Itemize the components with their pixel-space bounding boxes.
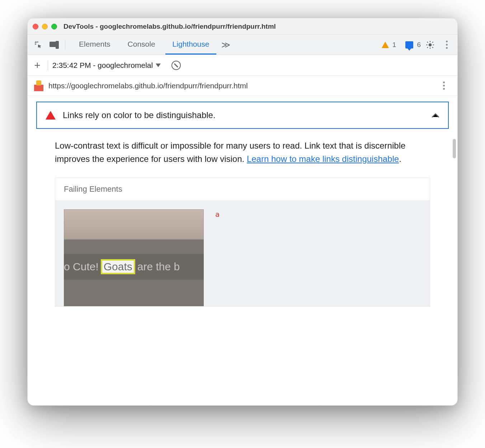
- report-select-label: 2:35:42 PM - googlechromelal: [52, 61, 153, 70]
- audit-description: Low-contrast text is difficult or imposs…: [55, 139, 430, 165]
- audit-desc-text: .: [399, 154, 401, 164]
- audit-item[interactable]: Links rely on color to be distinguishabl…: [36, 102, 449, 129]
- zoom-window-button[interactable]: [51, 24, 57, 29]
- warning-icon: [382, 42, 389, 48]
- devtools-tabstrip: Elements Console Lighthouse ≫ 1 6: [28, 35, 457, 55]
- tab-label: Lighthouse: [173, 40, 209, 48]
- tab-label: Console: [128, 40, 155, 48]
- report-content: Links rely on color to be distinguishabl…: [28, 96, 457, 405]
- failing-elements-panel: Failing Elements So Cute! Goats are the …: [55, 178, 430, 307]
- issues-status[interactable]: 1 6: [382, 41, 421, 49]
- svg-rect-0: [50, 42, 56, 47]
- report-menu-icon[interactable]: [437, 79, 451, 93]
- audit-title: Links rely on color to be distinguishabl…: [63, 110, 424, 120]
- message-icon: [405, 41, 413, 48]
- report-url-row: https://googlechromelabs.github.io/frien…: [28, 76, 457, 96]
- more-menu-icon[interactable]: [439, 38, 454, 52]
- tab-elements[interactable]: Elements: [72, 35, 118, 55]
- devtools-window: DevTools - googlechromelabs.github.io/fr…: [27, 18, 458, 406]
- divider: [65, 40, 65, 50]
- svg-point-2: [429, 43, 432, 46]
- window-controls: [33, 24, 57, 29]
- settings-gear-icon[interactable]: [423, 38, 437, 52]
- more-tabs-button[interactable]: ≫: [218, 38, 233, 52]
- tab-console[interactable]: Console: [121, 35, 163, 55]
- report-select[interactable]: 2:35:42 PM - googlechromelal: [52, 61, 161, 70]
- close-window-button[interactable]: [33, 24, 38, 29]
- clear-report-icon[interactable]: [171, 61, 181, 70]
- screenshot-text: So Cute!: [64, 261, 99, 273]
- fail-triangle-icon: [46, 111, 56, 120]
- highlighted-element: Goats: [101, 259, 135, 274]
- element-screenshot[interactable]: So Cute! Goats are the b: [64, 209, 204, 306]
- inspect-element-icon[interactable]: [31, 38, 46, 52]
- screenshot-text: are the b: [137, 261, 180, 273]
- lighthouse-icon: [34, 80, 43, 91]
- dropdown-icon: [156, 64, 161, 67]
- chevron-up-icon[interactable]: [432, 113, 439, 118]
- overflow-glyph: ≫: [221, 40, 230, 50]
- new-report-button[interactable]: +: [31, 59, 43, 71]
- report-url: https://googlechromelabs.github.io/frien…: [48, 81, 432, 90]
- divider: [48, 60, 48, 70]
- device-toolbar-icon[interactable]: [47, 38, 61, 52]
- minimize-window-button[interactable]: [42, 24, 48, 29]
- window-title: DevTools - googlechromelabs.github.io/fr…: [63, 23, 276, 31]
- element-tag-name[interactable]: a: [215, 209, 220, 219]
- learn-more-link[interactable]: Learn how to make links distinguishable: [247, 154, 399, 164]
- warning-count: 1: [392, 41, 396, 49]
- tab-lighthouse[interactable]: Lighthouse: [165, 35, 217, 55]
- scrollbar-thumb[interactable]: [453, 139, 456, 158]
- message-count: 6: [417, 41, 421, 49]
- failing-elements-heading: Failing Elements: [55, 178, 430, 201]
- svg-rect-1: [56, 41, 58, 48]
- lighthouse-toolbar: + 2:35:42 PM - googlechromelal: [28, 55, 457, 76]
- tab-label: Elements: [79, 40, 110, 48]
- window-titlebar: DevTools - googlechromelabs.github.io/fr…: [28, 18, 457, 35]
